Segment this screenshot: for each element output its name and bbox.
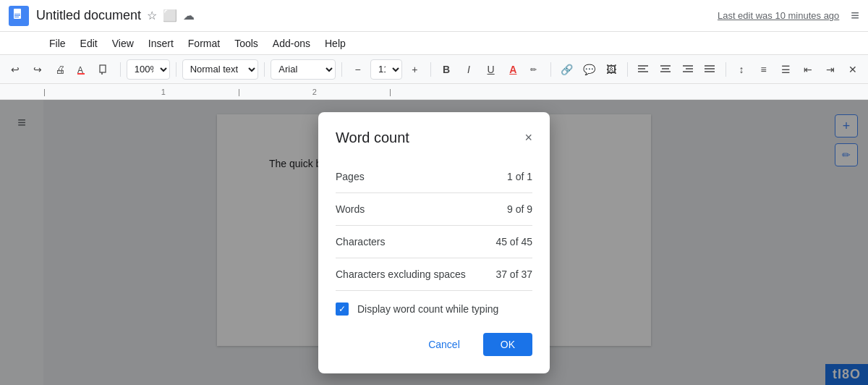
menu-edit[interactable]: Edit — [75, 35, 103, 52]
display-wordcount-row: ✓ Display word count while typing — [336, 291, 532, 327]
dialog-close-button[interactable]: × — [524, 130, 532, 145]
menu-file[interactable]: File — [43, 35, 72, 52]
menu-addons[interactable]: Add-ons — [267, 35, 316, 52]
menu-insert[interactable]: Insert — [142, 35, 179, 52]
font-size-select[interactable]: 11 10 12 14 — [370, 59, 402, 80]
dialog-title: Word count — [336, 130, 409, 146]
dialog-header: Word count × — [336, 130, 532, 146]
characters-value: 45 of 45 — [495, 236, 532, 248]
characters-excl-spaces-row: Characters excluding spaces 37 of 37 — [336, 258, 532, 291]
hamburger-icon[interactable]: ≡ — [851, 7, 859, 24]
cancel-button[interactable]: Cancel — [414, 333, 475, 356]
redo-button[interactable]: ↪ — [28, 59, 48, 80]
spellcheck-button[interactable]: A — [72, 59, 92, 80]
words-value: 9 of 9 — [507, 203, 532, 215]
svg-rect-6 — [100, 65, 106, 72]
justify-button[interactable] — [700, 59, 720, 80]
separator-7 — [627, 62, 628, 77]
separator-5 — [430, 62, 431, 77]
separator-1 — [120, 62, 121, 77]
align-center-button[interactable] — [655, 59, 675, 80]
underline-button[interactable]: U — [481, 59, 501, 80]
word-count-dialog: Word count × Pages 1 of 1 Words 9 of 9 C… — [318, 112, 550, 373]
italic-button[interactable]: I — [459, 59, 478, 80]
svg-rect-1 — [14, 14, 20, 14]
ruler: | 1 | 2 | — [0, 84, 868, 100]
link-button[interactable]: 🔗 — [557, 59, 576, 80]
menu-help[interactable]: Help — [319, 35, 352, 52]
comment-button[interactable]: 💬 — [579, 59, 599, 80]
menu-bar: File Edit View Insert Format Tools Add-o… — [0, 32, 868, 55]
cloud-icon[interactable]: ☁ — [183, 9, 195, 22]
paintformat-button[interactable] — [95, 59, 114, 80]
title-bar: Untitled document ☆ ⬜ ☁ Last edit was 10… — [0, 0, 868, 32]
highlight-button[interactable]: ✏ — [526, 59, 545, 80]
line-spacing-button[interactable]: ↕ — [732, 59, 752, 80]
text-color-button[interactable]: A — [503, 59, 523, 80]
menu-format[interactable]: Format — [182, 35, 226, 52]
font-decrease-button[interactable]: − — [348, 59, 367, 80]
star-icon[interactable]: ☆ — [147, 9, 157, 22]
ok-button[interactable]: OK — [483, 333, 532, 356]
font-increase-button[interactable]: + — [405, 59, 425, 80]
separator-8 — [726, 62, 726, 77]
svg-text:✏: ✏ — [530, 65, 537, 74]
clear-formatting-button[interactable]: ✕ — [843, 59, 862, 80]
image-button[interactable]: 🖼 — [602, 59, 621, 80]
display-wordcount-checkbox[interactable]: ✓ — [336, 302, 349, 316]
menu-tools[interactable]: Tools — [229, 35, 264, 52]
svg-text:A: A — [77, 65, 83, 75]
document-title: Untitled document — [36, 8, 141, 23]
separator-3 — [264, 62, 265, 77]
characters-excl-value: 37 of 37 — [495, 268, 532, 280]
svg-rect-3 — [14, 17, 19, 17]
toolbar: ↩ ↪ 🖨 A 100% 75% 125% 150% Normal text H… — [0, 55, 868, 84]
drive-icon[interactable]: ⬜ — [163, 9, 177, 22]
font-select[interactable]: Arial Times New Roman Courier New — [271, 59, 336, 80]
words-row: Words 9 of 9 — [336, 193, 532, 226]
bold-button[interactable]: B — [437, 59, 456, 80]
google-docs-icon — [9, 6, 29, 26]
ordered-list-button[interactable]: ≡ — [754, 59, 773, 80]
last-edit-label[interactable]: Last edit was 10 minutes ago — [718, 10, 839, 21]
pages-row: Pages 1 of 1 — [336, 161, 532, 193]
indent-decrease-button[interactable]: ⇤ — [799, 59, 818, 80]
pages-label: Pages — [336, 171, 365, 182]
menu-view[interactable]: View — [106, 35, 140, 52]
indent-increase-button[interactable]: ⇥ — [821, 59, 841, 80]
characters-label: Characters — [336, 236, 385, 248]
dialog-footer: Cancel OK — [336, 333, 532, 356]
separator-2 — [176, 62, 176, 77]
pages-value: 1 of 1 — [507, 171, 532, 182]
align-right-button[interactable] — [678, 59, 697, 80]
characters-excl-label: Characters excluding spaces — [336, 268, 466, 280]
print-button[interactable]: 🖨 — [51, 59, 70, 80]
modal-overlay: Word count × Pages 1 of 1 Words 9 of 9 C… — [0, 100, 868, 385]
align-left-button[interactable] — [634, 59, 653, 80]
style-select[interactable]: Normal text Heading 1 Heading 2 — [182, 59, 259, 80]
title-action-icons: ☆ ⬜ ☁ — [147, 9, 195, 22]
zoom-select[interactable]: 100% 75% 125% 150% — [127, 59, 170, 80]
svg-rect-2 — [14, 15, 20, 16]
characters-row: Characters 45 of 45 — [336, 226, 532, 258]
unordered-list-button[interactable]: ☰ — [776, 59, 796, 80]
display-wordcount-label: Display word count while typing — [357, 303, 498, 315]
separator-6 — [550, 62, 551, 77]
undo-button[interactable]: ↩ — [6, 59, 25, 80]
words-label: Words — [336, 203, 365, 215]
content-area: ≡ The quick brown fox jumped ov... + ✏ W… — [0, 100, 868, 385]
separator-4 — [341, 62, 342, 77]
